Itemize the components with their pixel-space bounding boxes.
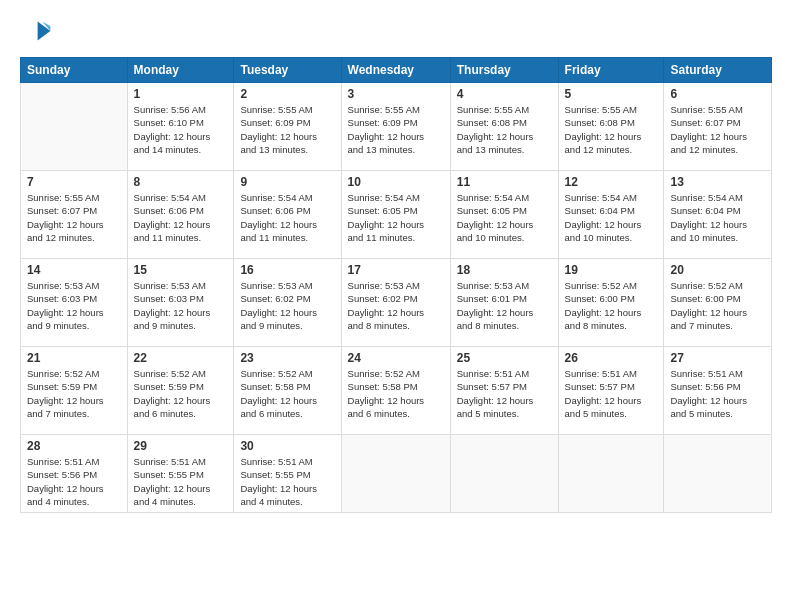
day-info: Sunrise: 5:54 AM Sunset: 6:06 PM Dayligh… — [134, 191, 228, 244]
day-info: Sunrise: 5:51 AM Sunset: 5:56 PM Dayligh… — [27, 455, 121, 508]
day-info: Sunrise: 5:55 AM Sunset: 6:09 PM Dayligh… — [348, 103, 444, 156]
weekday-header-monday: Monday — [127, 58, 234, 83]
week-row-2: 7Sunrise: 5:55 AM Sunset: 6:07 PM Daylig… — [21, 171, 772, 259]
day-info: Sunrise: 5:52 AM Sunset: 6:00 PM Dayligh… — [565, 279, 658, 332]
day-number: 15 — [134, 263, 228, 277]
day-info: Sunrise: 5:54 AM Sunset: 6:06 PM Dayligh… — [240, 191, 334, 244]
day-info: Sunrise: 5:53 AM Sunset: 6:03 PM Dayligh… — [134, 279, 228, 332]
calendar-cell: 1Sunrise: 5:56 AM Sunset: 6:10 PM Daylig… — [127, 83, 234, 171]
day-number: 26 — [565, 351, 658, 365]
day-number: 3 — [348, 87, 444, 101]
day-number: 23 — [240, 351, 334, 365]
day-info: Sunrise: 5:54 AM Sunset: 6:05 PM Dayligh… — [457, 191, 552, 244]
calendar-cell — [341, 435, 450, 513]
calendar-cell: 30Sunrise: 5:51 AM Sunset: 5:55 PM Dayli… — [234, 435, 341, 513]
calendar-cell: 22Sunrise: 5:52 AM Sunset: 5:59 PM Dayli… — [127, 347, 234, 435]
calendar-cell: 20Sunrise: 5:52 AM Sunset: 6:00 PM Dayli… — [664, 259, 772, 347]
calendar-cell: 27Sunrise: 5:51 AM Sunset: 5:56 PM Dayli… — [664, 347, 772, 435]
weekday-header-friday: Friday — [558, 58, 664, 83]
calendar-cell: 29Sunrise: 5:51 AM Sunset: 5:55 PM Dayli… — [127, 435, 234, 513]
calendar-cell: 14Sunrise: 5:53 AM Sunset: 6:03 PM Dayli… — [21, 259, 128, 347]
day-info: Sunrise: 5:55 AM Sunset: 6:08 PM Dayligh… — [565, 103, 658, 156]
calendar-cell: 3Sunrise: 5:55 AM Sunset: 6:09 PM Daylig… — [341, 83, 450, 171]
day-info: Sunrise: 5:51 AM Sunset: 5:56 PM Dayligh… — [670, 367, 765, 420]
day-info: Sunrise: 5:51 AM Sunset: 5:57 PM Dayligh… — [457, 367, 552, 420]
day-number: 19 — [565, 263, 658, 277]
weekday-header-thursday: Thursday — [450, 58, 558, 83]
day-number: 30 — [240, 439, 334, 453]
calendar-cell: 15Sunrise: 5:53 AM Sunset: 6:03 PM Dayli… — [127, 259, 234, 347]
calendar-cell — [21, 83, 128, 171]
day-info: Sunrise: 5:52 AM Sunset: 6:00 PM Dayligh… — [670, 279, 765, 332]
day-number: 29 — [134, 439, 228, 453]
week-row-3: 14Sunrise: 5:53 AM Sunset: 6:03 PM Dayli… — [21, 259, 772, 347]
calendar-cell: 6Sunrise: 5:55 AM Sunset: 6:07 PM Daylig… — [664, 83, 772, 171]
day-number: 5 — [565, 87, 658, 101]
day-info: Sunrise: 5:55 AM Sunset: 6:09 PM Dayligh… — [240, 103, 334, 156]
calendar-cell: 19Sunrise: 5:52 AM Sunset: 6:00 PM Dayli… — [558, 259, 664, 347]
day-info: Sunrise: 5:55 AM Sunset: 6:07 PM Dayligh… — [670, 103, 765, 156]
day-info: Sunrise: 5:53 AM Sunset: 6:01 PM Dayligh… — [457, 279, 552, 332]
week-row-1: 1Sunrise: 5:56 AM Sunset: 6:10 PM Daylig… — [21, 83, 772, 171]
day-info: Sunrise: 5:53 AM Sunset: 6:02 PM Dayligh… — [348, 279, 444, 332]
day-number: 18 — [457, 263, 552, 277]
day-info: Sunrise: 5:51 AM Sunset: 5:55 PM Dayligh… — [134, 455, 228, 508]
day-number: 4 — [457, 87, 552, 101]
week-row-4: 21Sunrise: 5:52 AM Sunset: 5:59 PM Dayli… — [21, 347, 772, 435]
day-info: Sunrise: 5:51 AM Sunset: 5:57 PM Dayligh… — [565, 367, 658, 420]
calendar-cell: 10Sunrise: 5:54 AM Sunset: 6:05 PM Dayli… — [341, 171, 450, 259]
day-number: 1 — [134, 87, 228, 101]
day-number: 24 — [348, 351, 444, 365]
day-number: 16 — [240, 263, 334, 277]
calendar-cell: 28Sunrise: 5:51 AM Sunset: 5:56 PM Dayli… — [21, 435, 128, 513]
calendar-cell: 23Sunrise: 5:52 AM Sunset: 5:58 PM Dayli… — [234, 347, 341, 435]
logo — [20, 15, 56, 47]
calendar-table: SundayMondayTuesdayWednesdayThursdayFrid… — [20, 57, 772, 513]
day-info: Sunrise: 5:52 AM Sunset: 5:59 PM Dayligh… — [27, 367, 121, 420]
calendar-cell: 24Sunrise: 5:52 AM Sunset: 5:58 PM Dayli… — [341, 347, 450, 435]
calendar-cell: 9Sunrise: 5:54 AM Sunset: 6:06 PM Daylig… — [234, 171, 341, 259]
calendar-cell: 4Sunrise: 5:55 AM Sunset: 6:08 PM Daylig… — [450, 83, 558, 171]
day-number: 14 — [27, 263, 121, 277]
day-number: 13 — [670, 175, 765, 189]
calendar-cell: 18Sunrise: 5:53 AM Sunset: 6:01 PM Dayli… — [450, 259, 558, 347]
day-info: Sunrise: 5:52 AM Sunset: 5:58 PM Dayligh… — [240, 367, 334, 420]
header — [20, 15, 772, 47]
weekday-header-wednesday: Wednesday — [341, 58, 450, 83]
day-info: Sunrise: 5:54 AM Sunset: 6:04 PM Dayligh… — [670, 191, 765, 244]
day-number: 10 — [348, 175, 444, 189]
day-number: 9 — [240, 175, 334, 189]
day-info: Sunrise: 5:51 AM Sunset: 5:55 PM Dayligh… — [240, 455, 334, 508]
day-info: Sunrise: 5:53 AM Sunset: 6:03 PM Dayligh… — [27, 279, 121, 332]
day-number: 20 — [670, 263, 765, 277]
weekday-header-tuesday: Tuesday — [234, 58, 341, 83]
day-number: 27 — [670, 351, 765, 365]
weekday-header-saturday: Saturday — [664, 58, 772, 83]
day-number: 6 — [670, 87, 765, 101]
calendar-page: SundayMondayTuesdayWednesdayThursdayFrid… — [0, 0, 792, 612]
day-number: 11 — [457, 175, 552, 189]
calendar-cell: 12Sunrise: 5:54 AM Sunset: 6:04 PM Dayli… — [558, 171, 664, 259]
calendar-cell: 8Sunrise: 5:54 AM Sunset: 6:06 PM Daylig… — [127, 171, 234, 259]
calendar-cell: 17Sunrise: 5:53 AM Sunset: 6:02 PM Dayli… — [341, 259, 450, 347]
calendar-cell — [558, 435, 664, 513]
day-number: 8 — [134, 175, 228, 189]
svg-marker-0 — [38, 21, 51, 40]
calendar-cell: 7Sunrise: 5:55 AM Sunset: 6:07 PM Daylig… — [21, 171, 128, 259]
day-number: 21 — [27, 351, 121, 365]
day-info: Sunrise: 5:53 AM Sunset: 6:02 PM Dayligh… — [240, 279, 334, 332]
calendar-cell — [664, 435, 772, 513]
calendar-cell: 13Sunrise: 5:54 AM Sunset: 6:04 PM Dayli… — [664, 171, 772, 259]
day-number: 28 — [27, 439, 121, 453]
day-number: 7 — [27, 175, 121, 189]
day-number: 25 — [457, 351, 552, 365]
day-info: Sunrise: 5:52 AM Sunset: 5:59 PM Dayligh… — [134, 367, 228, 420]
calendar-cell: 25Sunrise: 5:51 AM Sunset: 5:57 PM Dayli… — [450, 347, 558, 435]
week-row-5: 28Sunrise: 5:51 AM Sunset: 5:56 PM Dayli… — [21, 435, 772, 513]
calendar-cell — [450, 435, 558, 513]
calendar-cell: 11Sunrise: 5:54 AM Sunset: 6:05 PM Dayli… — [450, 171, 558, 259]
day-info: Sunrise: 5:52 AM Sunset: 5:58 PM Dayligh… — [348, 367, 444, 420]
weekday-header-sunday: Sunday — [21, 58, 128, 83]
day-number: 22 — [134, 351, 228, 365]
day-number: 17 — [348, 263, 444, 277]
